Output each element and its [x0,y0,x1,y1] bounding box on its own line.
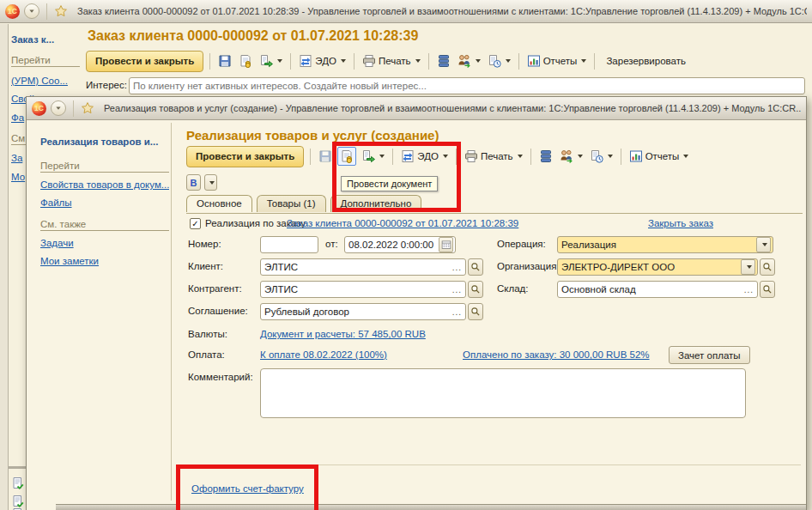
favorites-star-icon[interactable] [81,101,94,115]
magnifier-icon [762,262,773,272]
order-sidebar-item-files[interactable]: Фа [11,112,26,123]
print-menu-button[interactable]: Печать [361,52,422,70]
order-document-link[interactable]: Заказ клиента 0000-000092 от 01.07.2021 … [287,218,518,228]
titlebar-divider [73,100,74,117]
edo-menu-button[interactable]: ЭДО [399,148,450,165]
tab-main[interactable]: Основное [186,195,252,212]
organization-combo[interactable]: ЭЛЕКТРО-ДИРЕКТ ООО [557,258,758,276]
order-sidebar-item-notes[interactable]: Мо [11,172,26,182]
organization-value: ЭЛЕКТРО-ДИРЕКТ ООО [561,262,739,272]
realization-sidebar-heading: Реализация товаров и... [40,137,169,147]
post-and-forward-button[interactable] [258,52,284,70]
post-document-button[interactable] [337,147,356,166]
order-sidebar-item-urm[interactable]: (УРМ) Соо... [11,76,68,86]
warehouse-label: Склад: [497,283,528,294]
sidebar-item-my-notes[interactable]: Мои заметки [40,256,99,266]
tasks-menu-button[interactable] [588,148,615,165]
number-input[interactable] [260,236,318,253]
post-and-forward-button[interactable] [360,148,386,165]
payment-due-link[interactable]: К оплате 08.02.2022 (100%) [260,349,387,360]
registers-button[interactable] [537,148,554,165]
client-field[interactable]: ЭЛТИС ... [260,258,466,276]
document-list-icon [11,495,25,508]
counterparty-field[interactable]: ЭЛТИС ... [260,281,466,298]
favorites-star-icon[interactable] [54,4,68,18]
edo-menu-button[interactable]: ЭДО [297,52,348,70]
tasks-menu-button[interactable] [486,52,512,70]
contacts-menu-button[interactable] [558,148,585,165]
post-and-close-button[interactable]: Провести и закрыть [186,146,304,167]
toolbar-divider [209,53,210,70]
post-document-icon [340,149,354,163]
organization-label: Организация: [497,261,560,271]
main-menu-button[interactable] [24,3,39,19]
realization-toolbar: Провести и закрыть ЭДО Печать Отчеты [186,145,690,167]
payment-offset-button[interactable]: Зачет оплаты [669,346,750,364]
calendar-button[interactable] [439,237,453,252]
toolbar-divider [594,53,595,70]
tab-goods[interactable]: Товары (1) [257,195,326,212]
dropdown-arrow-icon [518,155,523,158]
interest-input[interactable] [129,77,805,94]
dropdown-arrow-icon [341,59,346,63]
organization-search-button[interactable] [760,258,775,276]
printer-icon [362,54,376,68]
agreement-choose-button[interactable]: ... [451,307,464,317]
reports-menu-button[interactable]: Отчеты [525,52,589,70]
tab-additional[interactable]: Дополнительно [330,195,422,212]
agreement-field[interactable]: Рублевый договор ... [260,303,466,320]
post-document-icon [239,54,252,68]
date-field[interactable]: 08.02.2022 0:00:00 [344,236,456,253]
save-icon [318,149,332,163]
organization-dropdown-button[interactable] [741,259,755,275]
contacts-menu-button[interactable] [456,52,482,70]
client-label: Клиент: [188,261,223,271]
counterparty-choose-button[interactable]: ... [451,285,464,294]
print-menu-button[interactable]: Печать [463,148,524,165]
document-clock-icon [590,149,603,163]
reports-menu-button[interactable]: Отчеты [627,148,691,165]
magnifier-icon [762,284,773,294]
client-choose-button[interactable]: ... [451,263,464,272]
post-document-button[interactable] [237,52,254,70]
magnifier-icon [470,307,481,317]
registers-button[interactable] [435,52,452,70]
order-sidebar-heading: Заказ к... [11,34,82,45]
edo-icon [299,54,312,68]
toolbar-divider [392,149,393,165]
save-icon [218,54,232,68]
dropdown-arrow-icon [506,59,511,63]
main-menu-button[interactable] [51,100,66,116]
comment-textarea[interactable] [260,368,746,418]
counterparty-search-button[interactable] [468,281,483,298]
document-settlements-link[interactable]: Документ и расчеты: 57 485,00 RUB [260,329,426,339]
post-and-close-button[interactable]: Провести и закрыть [86,51,203,72]
forward-document-icon [361,149,375,163]
save-button[interactable] [317,148,334,165]
client-search-button[interactable] [468,258,483,276]
counterparty-value: ЭЛТИС [264,284,451,294]
payment-paid-link[interactable]: Оплачено по заказу: 30 000,00 RUB 52% [463,349,650,360]
order-sidebar-section-goto: Перейти [11,55,80,67]
operation-combo[interactable]: Реализация [557,236,773,253]
order-sidebar-item-tasks[interactable]: За [11,153,26,163]
warehouse-field[interactable]: Основной склад ... [557,281,758,298]
edo-state-button[interactable]: В [186,174,201,191]
magnifier-icon [470,262,481,272]
forward-document-icon [259,54,273,68]
edo-state-dropdown-button[interactable] [204,174,217,191]
by-order-checkbox[interactable]: ✓ [190,218,201,229]
warehouse-search-button[interactable] [760,281,775,298]
sidebar-item-tasks[interactable]: Задачи [40,238,74,248]
sidebar-item-product-properties[interactable]: Свойства товаров в докум... [40,179,169,190]
reserve-button[interactable]: Зарезервировать [601,52,691,70]
agreement-search-button[interactable] [468,303,483,320]
create-invoice-link[interactable]: Оформить счет-фактуру [191,483,304,494]
dropdown-arrow-icon [762,243,767,246]
operation-dropdown-button[interactable] [756,237,771,252]
close-order-link[interactable]: Закрыть заказ [648,218,713,228]
save-button[interactable] [216,52,233,70]
warehouse-choose-button[interactable]: ... [742,285,755,294]
dropdown-arrow-icon [476,59,481,63]
sidebar-item-files[interactable]: Файлы [40,197,72,208]
